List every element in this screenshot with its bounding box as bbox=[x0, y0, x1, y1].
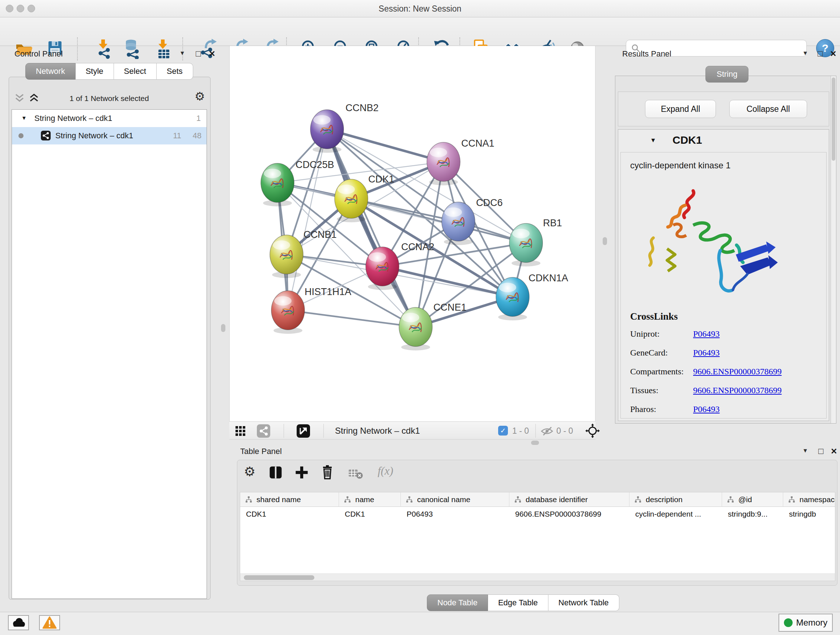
crosslink-link[interactable]: 9606.ENSP00000378699 bbox=[693, 367, 782, 377]
network-view-canvas[interactable]: CCNB2CCNA1CDC25BCDK1CDC6RB1CCNB1CCNA2CDK… bbox=[229, 46, 595, 421]
column-header-@id[interactable]: @id bbox=[722, 492, 783, 507]
crosslink-row: Uniprot:P06493 bbox=[621, 325, 826, 343]
expand-collapse-card: Expand All Collapse All bbox=[618, 92, 829, 126]
table-cell[interactable]: stringdb:9... bbox=[722, 507, 783, 521]
share-network-icon[interactable] bbox=[257, 424, 270, 438]
collection-expander-icon[interactable]: ▼ bbox=[21, 115, 27, 121]
network-edge[interactable] bbox=[288, 310, 416, 327]
node-label: CCNB2 bbox=[346, 103, 379, 113]
column-header-namespace[interactable]: namespace bbox=[783, 492, 835, 507]
column-header-shared-name[interactable]: shared name bbox=[240, 492, 339, 507]
network-node-RB1[interactable]: RB1 bbox=[509, 218, 562, 266]
network-collection-row[interactable]: ▼ String Network – cdk1 1 bbox=[12, 110, 207, 127]
results-panel-menu-icon[interactable]: ▼ bbox=[802, 50, 808, 57]
network-node-CCNA2[interactable]: CCNA2 bbox=[366, 241, 434, 290]
table-cell[interactable]: P06493 bbox=[401, 507, 509, 521]
network-row-selected[interactable]: String Network – cdk1 11 48 bbox=[12, 127, 207, 144]
center-crosshair-icon[interactable] bbox=[585, 424, 600, 438]
crosslink-label: Pharos: bbox=[621, 404, 693, 414]
current-network-name: String Network – cdk1 bbox=[335, 422, 420, 440]
crosslink-link[interactable]: P06493 bbox=[693, 404, 720, 414]
results-panel-close-icon[interactable]: ✕ bbox=[830, 49, 836, 59]
tab-string[interactable]: String bbox=[706, 66, 748, 82]
window-title: Session: New Session bbox=[0, 4, 840, 14]
network-graph[interactable]: CCNB2CCNA1CDC25BCDK1CDC6RB1CCNB1CCNA2CDK… bbox=[230, 46, 596, 421]
network-node-CCNE1[interactable]: CCNE1 bbox=[399, 302, 467, 350]
table-options-gear-icon[interactable]: ⚙ bbox=[244, 465, 256, 478]
control-panel: Control Panel ▼ □ ✕ NetworkStyleSelectSe… bbox=[4, 47, 215, 601]
network-options-gear-icon[interactable]: ⚙ bbox=[195, 90, 205, 102]
network-node-HIST1H1A[interactable]: HIST1H1A bbox=[271, 287, 351, 334]
cloud-icon bbox=[9, 616, 28, 630]
table-cell[interactable]: CDK1 bbox=[339, 507, 401, 521]
control-panel-menu-icon[interactable]: ▼ bbox=[180, 50, 185, 57]
crosslink-label: GeneCard: bbox=[621, 348, 693, 358]
network-node-CDC6[interactable]: CDC6 bbox=[442, 197, 503, 245]
grid-view-icon[interactable] bbox=[235, 426, 246, 437]
delete-table-icon[interactable] bbox=[348, 468, 363, 479]
collapse-all-button[interactable]: Collapse All bbox=[729, 100, 807, 118]
tab-node-table[interactable]: Node Table bbox=[427, 594, 488, 611]
table-cell[interactable]: CDK1 bbox=[240, 507, 339, 521]
tab-edge-table[interactable]: Edge Table bbox=[488, 594, 548, 611]
toolbar-separator bbox=[535, 424, 536, 438]
node-label: CDKN1A bbox=[529, 272, 568, 283]
results-scrollbar[interactable] bbox=[831, 76, 836, 423]
results-scrollbar-thumb[interactable] bbox=[832, 78, 835, 161]
memory-button[interactable]: Memory bbox=[778, 614, 833, 632]
main-toolbar: ? bbox=[0, 17, 840, 46]
table-horizontal-scrollbar[interactable] bbox=[240, 573, 835, 581]
table-cell[interactable]: 9606.ENSP00000378699 bbox=[509, 507, 630, 521]
current-network-dot-icon bbox=[19, 133, 24, 138]
left-splitter-handle[interactable] bbox=[221, 324, 225, 332]
network-node-CCNB1[interactable]: CCNB1 bbox=[270, 229, 337, 278]
column-header-canonical-name[interactable]: canonical name bbox=[401, 492, 509, 507]
selected-count-checkbox[interactable]: ✓ bbox=[498, 426, 508, 435]
table-cell[interactable]: stringdb bbox=[783, 507, 835, 521]
create-column-icon[interactable] bbox=[295, 466, 308, 479]
results-panel: Results Panel ▼ □ ✕ String Expand All Co… bbox=[615, 47, 838, 442]
table-type-tabs: Node TableEdge TableNetwork Table bbox=[427, 594, 619, 611]
tab-select[interactable]: Select bbox=[114, 63, 156, 80]
network-edge[interactable] bbox=[288, 129, 327, 310]
crosslinks-heading: CrossLinks bbox=[621, 311, 826, 322]
string-network-icon bbox=[41, 131, 51, 141]
table-row[interactable]: CDK1CDK1P064939606.ENSP00000378699cyclin… bbox=[240, 507, 835, 521]
control-panel-float-icon[interactable]: □ bbox=[196, 49, 201, 59]
network-edge[interactable] bbox=[327, 129, 416, 327]
tab-network[interactable]: Network bbox=[25, 63, 76, 80]
column-header-name[interactable]: name bbox=[339, 492, 401, 507]
table-panel-close-icon[interactable]: ✕ bbox=[831, 447, 837, 456]
tab-sets[interactable]: Sets bbox=[156, 63, 193, 80]
network-node-CDK1[interactable]: CDK1 bbox=[335, 174, 394, 222]
gene-expander-icon[interactable]: ▼ bbox=[650, 137, 656, 144]
column-header-database-identifier[interactable]: database identifier bbox=[509, 492, 630, 507]
network-node-CDKN1A[interactable]: CDKN1A bbox=[496, 272, 568, 320]
tab-style[interactable]: Style bbox=[76, 63, 114, 80]
node-table-card: ⚙ f(x) shared namenamecanonical namedata… bbox=[237, 460, 837, 586]
crosslink-link[interactable]: 9606.ENSP00000378699 bbox=[693, 386, 782, 395]
table-panel-menu-icon[interactable]: ▼ bbox=[802, 448, 808, 454]
table-panel-float-icon[interactable]: □ bbox=[818, 446, 824, 456]
cloud-status-button[interactable] bbox=[8, 615, 29, 630]
show-hide-columns-icon[interactable] bbox=[269, 466, 282, 479]
gene-card: ▼ CDK1 cyclin-dependent kinase 1 bbox=[618, 129, 829, 421]
right-splitter-handle[interactable] bbox=[603, 237, 607, 245]
warnings-button[interactable] bbox=[39, 615, 60, 630]
table-cell[interactable]: cyclin-dependent ... bbox=[630, 507, 722, 521]
results-panel-float-icon[interactable]: □ bbox=[818, 49, 823, 59]
open-in-new-window-icon[interactable] bbox=[297, 424, 310, 438]
node-table[interactable]: shared namenamecanonical namedatabase id… bbox=[240, 492, 835, 581]
memory-status-icon bbox=[784, 618, 793, 627]
delete-columns-icon[interactable] bbox=[321, 465, 334, 480]
control-panel-close-icon[interactable]: ✕ bbox=[209, 49, 215, 59]
hidden-eye-icon bbox=[540, 426, 554, 436]
crosslink-link[interactable]: P06493 bbox=[693, 348, 720, 358]
table-scrollbar-thumb[interactable] bbox=[244, 575, 314, 580]
function-builder-icon[interactable]: f(x) bbox=[378, 464, 393, 478]
node-label: RB1 bbox=[543, 218, 562, 228]
expand-all-button[interactable]: Expand All bbox=[645, 100, 716, 118]
crosslink-link[interactable]: P06493 bbox=[693, 329, 720, 339]
column-header-description[interactable]: description bbox=[630, 492, 722, 507]
tab-network-table[interactable]: Network Table bbox=[548, 594, 619, 611]
